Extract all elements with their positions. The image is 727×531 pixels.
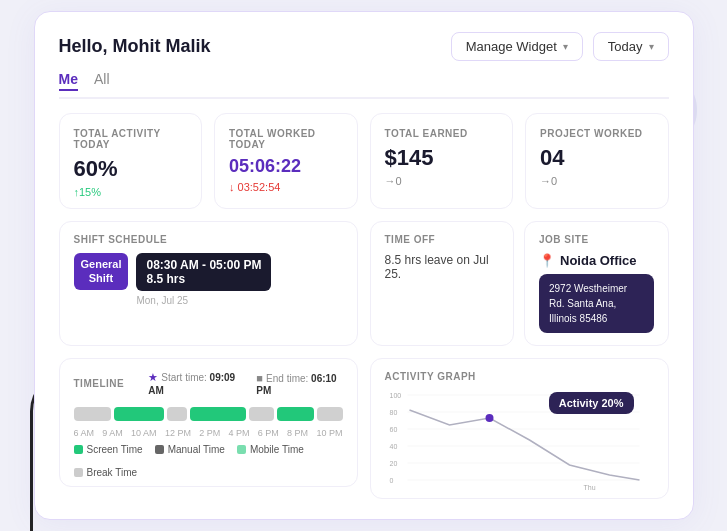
tick-10am: 10 AM <box>131 428 157 438</box>
legend-screen-dot <box>74 445 83 454</box>
stat-total-earned: TOTAL EARNED $145 →0 <box>370 113 514 209</box>
stat-activity-label: TOTAL ACTIVITY TODAY <box>74 128 188 150</box>
stats-grid: TOTAL ACTIVITY TODAY 60% ↑15% TOTAL WORK… <box>59 113 669 209</box>
stat-project-label: PROJECT WORKED <box>540 128 654 139</box>
today-button[interactable]: Today ▾ <box>593 32 669 61</box>
tick-6am: 6 AM <box>74 428 95 438</box>
timeline-label: TIMELINE <box>74 378 125 389</box>
shift-schedule-card: SHIFT SCHEDULE General Shift 08:30 AM - … <box>59 221 358 346</box>
stat-project-value: 04 <box>540 145 654 171</box>
timeline-section: TIMELINE ★ Start time: 09:09 AM ■ End ti… <box>59 358 358 487</box>
shift-time: 08:30 AM - 05:00 PM <box>146 258 261 272</box>
svg-text:20: 20 <box>389 460 397 467</box>
stat-earned-value: $145 <box>385 145 499 171</box>
header-controls: Manage Widget ▾ Today ▾ <box>451 32 669 61</box>
timeline-start: ★ Start time: 09:09 AM <box>148 371 240 396</box>
today-chevron-icon: ▾ <box>649 41 654 52</box>
bar-screen-time-1 <box>114 407 164 421</box>
timeoff-card: TIME OFF 8.5 hrs leave on Jul 25. <box>370 221 515 346</box>
dashboard-container: Hello, Mohit Malik Manage Widget ▾ Today… <box>34 11 694 520</box>
tick-6pm: 6 PM <box>258 428 279 438</box>
shift-badge: General Shift <box>74 253 129 290</box>
manage-widget-label: Manage Widget <box>466 39 557 54</box>
timeline-end: ■ End time: 06:10 PM <box>256 372 342 396</box>
shift-badge-line2: Shift <box>81 271 122 285</box>
legend-screen-time: Screen Time <box>74 444 143 455</box>
legend-mobile-label: Mobile Time <box>250 444 304 455</box>
jobsite-name-text: Noida Office <box>560 253 637 268</box>
stat-project-sub: →0 <box>540 175 654 187</box>
stat-earned-label: TOTAL EARNED <box>385 128 499 139</box>
legend-mobile-time: Mobile Time <box>237 444 304 455</box>
chart-container: 100 80 60 40 20 0 <box>385 390 654 490</box>
legend-screen-label: Screen Time <box>87 444 143 455</box>
bar-screen-time-2 <box>190 407 245 421</box>
tick-4pm: 4 PM <box>228 428 249 438</box>
timeoff-text: 8.5 hrs leave on Jul 25. <box>385 253 500 281</box>
shift-time-box: 08:30 AM - 05:00 PM 8.5 hrs <box>136 253 271 291</box>
manage-widget-chevron-icon: ▾ <box>563 41 568 52</box>
stat-earned-sub: →0 <box>385 175 499 187</box>
start-label-text: Start time: <box>161 372 209 383</box>
legend-mobile-dot <box>237 445 246 454</box>
stat-activity-sub: ↑15% <box>74 186 188 198</box>
shift-badge-line1: General <box>81 257 122 271</box>
timeline-header: TIMELINE ★ Start time: 09:09 AM ■ End ti… <box>74 371 343 396</box>
stat-worked-sub: ↓ 03:52:54 <box>229 181 343 193</box>
stat-total-activity: TOTAL ACTIVITY TODAY 60% ↑15% <box>59 113 203 209</box>
svg-text:40: 40 <box>389 443 397 450</box>
manage-widget-button[interactable]: Manage Widget ▾ <box>451 32 583 61</box>
legend-manual-dot <box>155 445 164 454</box>
jobsite-card: JOB SITE 📍 Noida Office 2972 Westheimer … <box>524 221 669 346</box>
svg-text:80: 80 <box>389 409 397 416</box>
stat-worked-label: TOTAL WORKED TODAY <box>229 128 343 150</box>
jobsite-tooltip: 2972 Westheimer Rd. Santa Ana, Illinois … <box>539 274 654 333</box>
timeoff-label: TIME OFF <box>385 234 500 245</box>
end-label-icon: ■ <box>256 372 263 384</box>
shift-hours: 8.5 hrs <box>146 272 261 286</box>
tab-all[interactable]: All <box>94 71 110 91</box>
timeline-ticks: 6 AM 9 AM 10 AM 12 PM 2 PM 4 PM 6 PM 8 P… <box>74 428 343 438</box>
today-label: Today <box>608 39 643 54</box>
start-label: ★ <box>148 371 158 383</box>
tab-me[interactable]: Me <box>59 71 78 91</box>
pin-icon: 📍 <box>539 253 555 268</box>
stat-activity-value: 60% <box>74 156 188 182</box>
legend-break-dot <box>74 468 83 477</box>
bar-break-2 <box>249 407 274 421</box>
stat-project-worked: PROJECT WORKED 04 →0 <box>525 113 669 209</box>
bar-empty-2 <box>317 407 342 421</box>
bar-break-1 <box>167 407 187 421</box>
tick-12pm: 12 PM <box>165 428 191 438</box>
tick-10pm: 10 PM <box>316 428 342 438</box>
jobsite-label: JOB SITE <box>539 234 654 245</box>
tabs-container: Me All <box>59 71 669 99</box>
shift-date: Mon, Jul 25 <box>136 295 271 306</box>
legend-break-time: Break Time <box>74 467 138 478</box>
header: Hello, Mohit Malik Manage Widget ▾ Today… <box>59 32 669 61</box>
svg-text:60: 60 <box>389 426 397 433</box>
shift-row: General Shift 08:30 AM - 05:00 PM 8.5 hr… <box>74 253 343 306</box>
jobsite-name: 📍 Noida Office <box>539 253 654 268</box>
bar-screen-time-3 <box>277 407 315 421</box>
tick-8pm: 8 PM <box>287 428 308 438</box>
greeting-text: Hello, Mohit Malik <box>59 36 211 57</box>
legend-manual-time: Manual Time <box>155 444 225 455</box>
stat-total-worked: TOTAL WORKED TODAY 05:06:22 ↓ 03:52:54 <box>214 113 358 209</box>
activity-tooltip: Activity 20% <box>549 392 634 414</box>
bar-empty-1 <box>74 407 112 421</box>
end-label-text: End time: <box>266 373 311 384</box>
shift-label: SHIFT SCHEDULE <box>74 234 343 245</box>
svg-text:0: 0 <box>389 477 393 484</box>
timeline-legend: Screen Time Manual Time Mobile Time Brea… <box>74 444 343 478</box>
stat-worked-value: 05:06:22 <box>229 156 343 177</box>
activity-label: ACTIVITY GRAPH <box>385 371 654 382</box>
tick-9am: 9 AM <box>102 428 123 438</box>
legend-manual-label: Manual Time <box>168 444 225 455</box>
svg-text:Thu: Thu <box>583 484 595 490</box>
activity-section: ACTIVITY GRAPH 100 80 60 40 20 0 <box>370 358 669 499</box>
tick-2pm: 2 PM <box>199 428 220 438</box>
legend-break-label: Break Time <box>87 467 138 478</box>
activity-dot <box>485 414 493 422</box>
timeline-bars <box>74 406 343 422</box>
